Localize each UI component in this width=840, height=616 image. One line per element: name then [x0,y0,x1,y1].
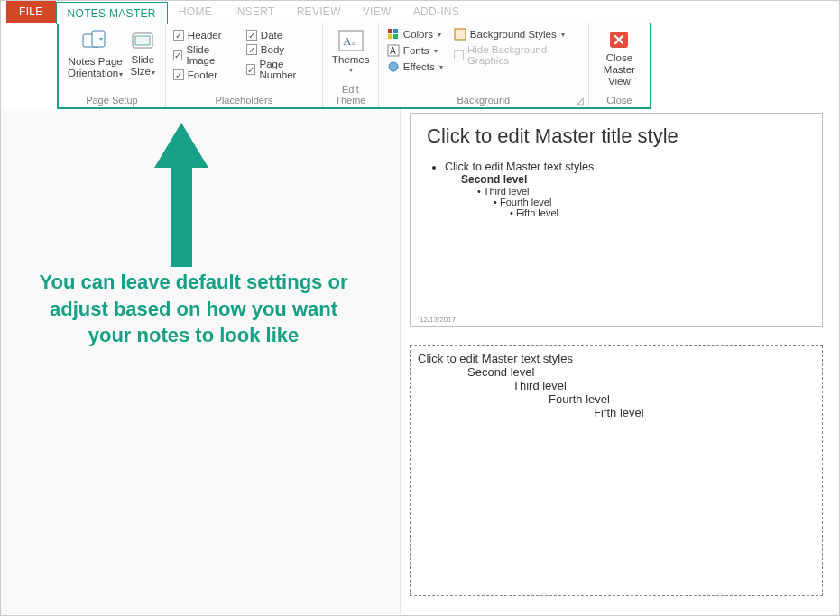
svg-rect-8 [393,29,398,33]
ribbon: Notes PageOrientation▾ SlideSize▾ Page S… [59,23,650,107]
svg-rect-3 [135,36,150,45]
chk-date[interactable]: ✓Date [245,28,317,42]
notes-level-5: Fifth level [418,406,815,419]
close-master-label: CloseMaster View [598,52,641,88]
slide-preview[interactable]: Click to edit Master title style Click t… [410,113,823,327]
group-close: CloseMaster View Close [589,23,650,107]
ribbon-highlight: Notes PageOrientation▾ SlideSize▾ Page S… [57,23,651,109]
chk-page-number[interactable]: ✓Page Number [245,57,317,82]
fonts-menu[interactable]: A Fonts▾ [384,42,446,59]
tab-insert[interactable]: INSERT [223,1,286,23]
svg-rect-10 [393,34,398,39]
orientation-icon [81,29,110,54]
group-label-close: Close [595,94,644,106]
svg-text:A: A [390,46,396,56]
notes-level-2: Second level [418,365,815,379]
left-pane: You can leave default settings or adjust… [1,109,401,614]
fonts-icon: A [387,44,400,57]
group-label-page-setup: Page Setup [64,94,160,106]
notes-level-4: Fourth level [418,392,815,406]
themes-label: Themes [332,54,370,66]
close-master-view-button[interactable]: CloseMaster View [595,26,644,88]
effects-menu[interactable]: Effects▾ [384,59,446,75]
group-edit-theme: Aa Themes ▾ Edit Theme [323,23,379,107]
chk-body[interactable]: ✓Body [245,42,317,57]
chk-header[interactable]: ✓Header [171,28,235,42]
slide-date: 12/13/2017 [420,316,456,324]
chevron-down-icon: ▾ [349,66,353,74]
svg-point-13 [389,62,398,71]
svg-rect-1 [92,31,105,47]
ribbon-tabs: FILE NOTES MASTER HOME INSERT REVIEW VIE… [1,1,839,23]
notes-level-1: Click to edit Master text styles [418,352,815,365]
annotation-arrow-icon [154,123,208,267]
slide-size-label: SlideSize▾ [131,54,155,78]
chk-slide-image[interactable]: ✓Slide Image [171,42,235,68]
hide-bg-checkbox[interactable]: Hide Background Graphics [451,42,583,68]
background-dialog-launcher[interactable]: ◿ [575,95,586,106]
slide-body-placeholder[interactable]: Click to edit Master text styles Second … [427,161,806,218]
tab-home[interactable]: HOME [168,1,223,23]
group-page-setup: Notes PageOrientation▾ SlideSize▾ Page S… [59,23,166,107]
tab-addins[interactable]: ADD-INS [402,1,470,23]
notes-orientation-label: Notes PageOrientation▾ [68,56,123,79]
right-pane: Click to edit Master title style Click t… [401,109,839,614]
colors-icon [387,28,400,41]
group-placeholders: ✓Header ✓Slide Image ✓Footer ✓Date ✓Body… [166,23,323,107]
bg-styles-icon [454,28,466,41]
svg-rect-9 [388,34,392,39]
tab-notes-master[interactable]: NOTES MASTER [56,2,168,24]
themes-button[interactable]: Aa Themes ▾ [328,26,374,74]
workspace: You can leave default settings or adjust… [1,109,839,614]
effects-icon [387,60,400,73]
notes-page-orientation-button[interactable]: Notes PageOrientation▾ [64,26,126,79]
svg-text:a: a [352,36,356,47]
group-background: Colors▾ A Fonts▾ Effects▾ Background Sty… [379,23,589,107]
slide-size-button[interactable]: SlideSize▾ [126,26,159,78]
themes-icon: Aa [337,29,365,52]
close-icon [607,29,631,51]
group-label-edit-theme: Edit Theme [328,83,373,106]
colors-menu[interactable]: Colors▾ [384,26,446,42]
tab-review[interactable]: REVIEW [286,1,352,23]
svg-rect-7 [388,29,392,33]
notes-level-3: Third level [418,379,815,392]
svg-rect-14 [455,29,466,40]
chk-footer[interactable]: ✓Footer [171,68,235,82]
slide-size-icon [130,29,155,52]
background-styles-menu[interactable]: Background Styles▾ [451,26,583,42]
notes-placeholder[interactable]: Click to edit Master text styles Second … [410,345,823,596]
group-label-background: Background [384,94,583,106]
tab-view[interactable]: VIEW [352,1,402,23]
slide-title-placeholder[interactable]: Click to edit Master title style [427,124,806,148]
tab-file[interactable]: FILE [6,1,56,23]
svg-text:A: A [343,34,352,48]
annotation-text: You can leave default settings or adjust… [32,269,355,349]
group-label-placeholders: Placeholders [171,94,317,106]
